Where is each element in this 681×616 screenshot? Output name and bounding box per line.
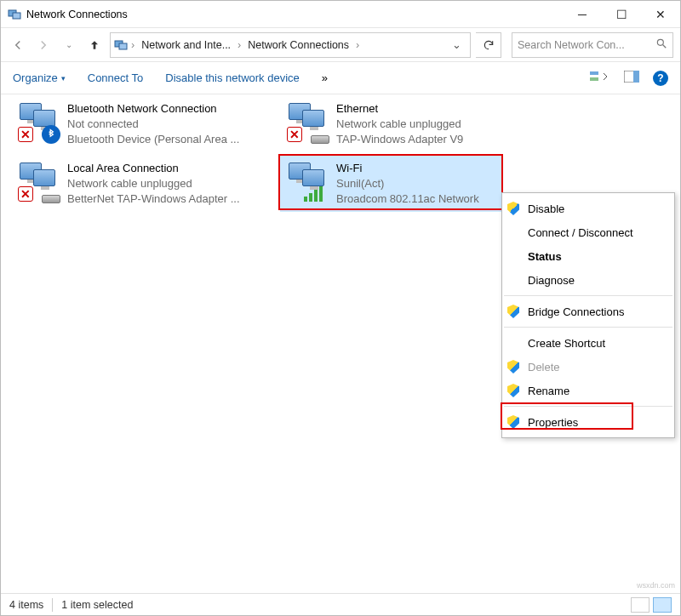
refresh-icon	[483, 39, 495, 51]
status-bar: 4 items 1 item selected	[1, 593, 680, 615]
device-icon: ✕	[18, 161, 59, 202]
separator	[504, 327, 672, 328]
tiles-view-button[interactable]	[653, 597, 672, 613]
ctx-status[interactable]: Status	[502, 244, 674, 268]
item-status: Network cable unplugged	[336, 117, 463, 132]
shield-icon	[507, 360, 519, 374]
shield-icon	[507, 305, 519, 318]
ctx-create-shortcut[interactable]: Create Shortcut	[502, 331, 674, 355]
connection-item-lan[interactable]: ✕ Local Area Connection Network cable un…	[11, 156, 266, 212]
preview-pane-button[interactable]	[624, 71, 639, 86]
item-device: Broadcom 802.11ac Network	[336, 191, 479, 207]
breadcrumb[interactable]: Network Connections	[244, 39, 352, 51]
cable-icon	[311, 135, 329, 144]
item-device: Bluetooth Device (Personal Area ...	[67, 132, 239, 147]
window-title: Network Connections	[26, 9, 563, 20]
svg-rect-9	[633, 71, 639, 83]
forward-button[interactable]	[33, 35, 54, 55]
item-count: 4 items	[9, 599, 43, 611]
up-button[interactable]	[84, 35, 105, 55]
chevron-down-icon[interactable]: ⌄	[452, 38, 461, 51]
connect-to-button[interactable]: Connect To	[88, 71, 144, 84]
item-name: Wi-Fi	[336, 161, 479, 176]
connection-item-wifi[interactable]: Wi-Fi Sunil(Act) Broadcom 802.11ac Netwo…	[280, 156, 501, 212]
shield-icon	[507, 384, 519, 397]
disconnected-icon: ✕	[18, 127, 33, 142]
ctx-rename[interactable]: Rename	[502, 379, 674, 402]
arrow-up-icon	[88, 38, 101, 52]
disconnected-icon: ✕	[287, 127, 302, 142]
details-view-button[interactable]	[631, 597, 650, 613]
ctx-delete: Delete	[502, 355, 674, 379]
ctx-connect-disconnect[interactable]: Connect / Disconnect	[502, 220, 674, 244]
arrow-left-icon	[10, 37, 26, 53]
svg-rect-3	[119, 43, 127, 49]
item-status: Not connected	[67, 117, 239, 132]
preview-pane-icon	[624, 71, 639, 83]
more-commands[interactable]: »	[322, 71, 328, 84]
svg-rect-7	[590, 77, 598, 81]
chevron-right-icon: ›	[237, 39, 241, 51]
chevron-down-icon: ▾	[61, 74, 66, 83]
help-button[interactable]: ?	[653, 71, 668, 86]
refresh-button[interactable]	[476, 32, 501, 58]
svg-point-4	[657, 39, 663, 45]
wifi-signal-icon	[304, 186, 323, 202]
item-status: Network cable unplugged	[67, 176, 240, 191]
command-bar: Organize▾ Connect To Disable this networ…	[1, 62, 680, 94]
item-device: BetterNet TAP-Windows Adapter ...	[67, 191, 240, 207]
breadcrumb[interactable]: Network and Inte...	[138, 39, 234, 51]
ctx-disable[interactable]: Disable	[502, 197, 674, 220]
view-options-button[interactable]	[590, 70, 610, 87]
item-name: Ethernet	[336, 101, 463, 117]
view-icon	[590, 70, 610, 83]
search-icon	[655, 37, 667, 52]
network-connections-icon	[114, 38, 128, 52]
device-icon	[287, 161, 328, 202]
search-placeholder: Search Network Con...	[518, 39, 625, 51]
item-name: Bluetooth Network Connection	[67, 101, 239, 117]
nav-bar: ⌄ › Network and Inte... › Network Connec…	[1, 28, 680, 62]
svg-line-5	[663, 45, 667, 48]
item-device: TAP-Windows Adapter V9	[336, 132, 463, 147]
back-button[interactable]	[8, 35, 28, 55]
watermark: wsxdn.com	[637, 581, 675, 590]
item-status: Sunil(Act)	[336, 176, 479, 191]
connection-item-bluetooth[interactable]: ✕ Bluetooth Network Connection Not conne…	[11, 96, 266, 152]
divider	[52, 598, 53, 612]
shield-icon	[507, 202, 519, 215]
disable-device-button[interactable]: Disable this network device	[165, 71, 300, 84]
chevron-right-icon: ›	[356, 39, 359, 51]
items-view: ✕ Bluetooth Network Connection Not conne…	[1, 94, 680, 101]
bluetooth-icon	[42, 125, 60, 144]
arrow-right-icon	[36, 37, 51, 53]
address-bar[interactable]: › Network and Inte... › Network Connecti…	[110, 32, 471, 58]
device-icon: ✕	[18, 101, 59, 142]
recent-dropdown[interactable]: ⌄	[59, 35, 79, 55]
network-connections-icon	[8, 8, 21, 21]
svg-rect-6	[590, 71, 598, 75]
selection-count: 1 item selected	[61, 599, 133, 611]
titlebar: Network Connections ─ ☐ ✕	[1, 1, 680, 28]
context-menu: Disable Connect / Disconnect Status Diag…	[501, 192, 675, 438]
chevron-right-icon: ›	[131, 39, 134, 51]
organize-menu[interactable]: Organize▾	[13, 71, 66, 84]
ctx-bridge[interactable]: Bridge Connections	[502, 299, 674, 323]
search-input[interactable]: Search Network Con...	[512, 32, 673, 58]
connection-item-ethernet[interactable]: ✕ Ethernet Network cable unplugged TAP-W…	[280, 96, 535, 152]
close-button[interactable]: ✕	[641, 1, 680, 28]
disconnected-icon: ✕	[18, 186, 33, 202]
cable-icon	[42, 195, 60, 203]
ctx-diagnose[interactable]: Diagnose	[502, 268, 674, 292]
separator	[504, 295, 672, 296]
device-icon: ✕	[287, 101, 328, 142]
item-name: Local Area Connection	[67, 161, 240, 176]
minimize-button[interactable]: ─	[563, 1, 602, 28]
svg-rect-1	[13, 13, 20, 19]
annotation-highlight	[501, 402, 633, 430]
maximize-button[interactable]: ☐	[602, 1, 641, 28]
